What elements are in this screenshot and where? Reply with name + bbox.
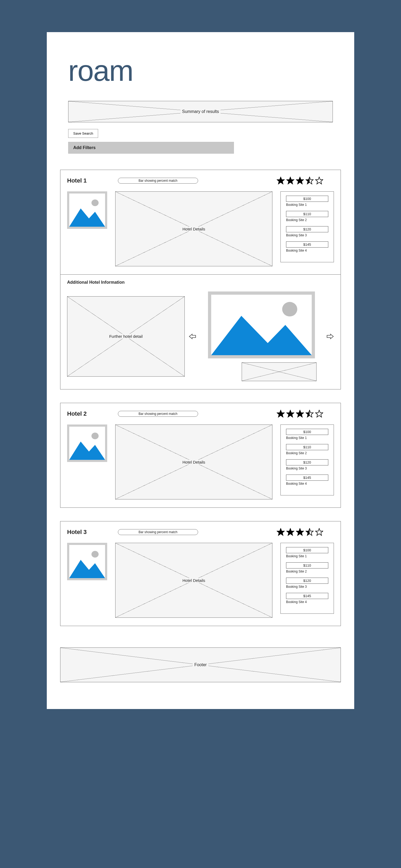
- price-item: $110 Booking Site 2: [286, 211, 328, 222]
- star-icon: [277, 177, 285, 185]
- price-item: $120 Booking Site 3: [286, 226, 328, 237]
- star-icon: [277, 410, 285, 418]
- hotel-thumbnail: [67, 191, 107, 229]
- price-item: $110 Booking Site 2: [286, 562, 328, 573]
- star-icon: [306, 528, 313, 536]
- price-button[interactable]: $120: [286, 226, 328, 232]
- price-item: $120 Booking Site 3: [286, 459, 328, 470]
- booking-site-label: Booking Site 1: [286, 203, 328, 207]
- price-item: $100 Booking Site 1: [286, 547, 328, 558]
- summary-placeholder: Summary of results: [68, 101, 333, 122]
- price-button[interactable]: $120: [286, 459, 328, 465]
- carousel-image: [208, 291, 315, 359]
- star-rating: [277, 177, 323, 185]
- price-button[interactable]: $120: [286, 578, 328, 584]
- hotel-details-placeholder: Hotel Details: [115, 543, 272, 618]
- svg-marker-11: [327, 334, 333, 339]
- additional-info-heading: Additional Hotel Information: [67, 280, 334, 285]
- price-button[interactable]: $100: [286, 429, 328, 435]
- percent-match-bar: Bar showing percent match: [118, 411, 198, 417]
- hotel-thumbnail: [67, 543, 107, 580]
- star-icon: [296, 528, 304, 536]
- save-search-button[interactable]: Save Search: [68, 129, 98, 138]
- add-filters-bar[interactable]: Add Filters: [68, 142, 234, 154]
- booking-site-label: Booking Site 1: [286, 436, 328, 440]
- booking-site-label: Booking Site 3: [286, 585, 328, 589]
- hotel-card: Hotel 2 Bar showing percent match Hotel …: [60, 403, 341, 508]
- star-icon: [306, 410, 313, 418]
- price-button[interactable]: $145: [286, 241, 328, 248]
- footer-placeholder: Footer: [60, 647, 341, 682]
- carousel-next-icon[interactable]: [326, 333, 334, 340]
- percent-match-bar: Bar showing percent match: [118, 529, 198, 535]
- hotel-details-label: Hotel Details: [181, 227, 207, 231]
- star-icon: [286, 177, 294, 185]
- percent-match-bar: Bar showing percent match: [118, 178, 198, 184]
- price-item: $100 Booking Site 1: [286, 196, 328, 207]
- price-item: $110 Booking Site 2: [286, 444, 328, 455]
- booking-site-label: Booking Site 4: [286, 482, 328, 486]
- hotel-card: Hotel 1 Bar showing percent match Hotel …: [60, 170, 341, 390]
- star-icon: [286, 528, 294, 536]
- price-item: $100 Booking Site 1: [286, 429, 328, 440]
- hotel-details-placeholder: Hotel Details: [115, 191, 272, 266]
- carousel-prev-icon[interactable]: [189, 333, 197, 340]
- star-icon: [315, 528, 323, 536]
- booking-site-label: Booking Site 4: [286, 249, 328, 252]
- price-column: $100 Booking Site 1 $110 Booking Site 2 …: [280, 191, 334, 262]
- brand-logo: roam: [68, 54, 346, 88]
- price-item: $145 Booking Site 4: [286, 241, 328, 252]
- hotel-name: Hotel 3: [67, 529, 110, 535]
- booking-site-label: Booking Site 2: [286, 218, 328, 222]
- price-button[interactable]: $145: [286, 593, 328, 599]
- price-item: $120 Booking Site 3: [286, 578, 328, 589]
- footer-label: Footer: [193, 662, 208, 667]
- page-canvas: roam Summary of results Save Search Add …: [47, 32, 354, 709]
- price-item: $145 Booking Site 4: [286, 474, 328, 486]
- star-rating: [277, 410, 323, 418]
- booking-site-label: Booking Site 2: [286, 569, 328, 573]
- hotel-details-label: Hotel Details: [181, 578, 207, 583]
- star-icon: [315, 177, 323, 185]
- hotel-card: Hotel 3 Bar showing percent match Hotel …: [60, 521, 341, 626]
- booking-site-label: Booking Site 3: [286, 234, 328, 237]
- star-icon: [306, 177, 313, 185]
- price-column: $100 Booking Site 1 $110 Booking Site 2 …: [280, 543, 334, 614]
- further-detail-label: Further hotel detail: [107, 334, 144, 339]
- hotel-name: Hotel 1: [67, 177, 110, 184]
- booking-site-label: Booking Site 4: [286, 600, 328, 604]
- price-column: $100 Booking Site 1 $110 Booking Site 2 …: [280, 425, 334, 495]
- star-icon: [277, 528, 285, 536]
- hotel-thumbnail: [67, 425, 107, 462]
- svg-marker-10: [189, 334, 196, 339]
- hotel-details-placeholder: Hotel Details: [115, 425, 272, 499]
- star-icon: [296, 177, 304, 185]
- star-icon: [296, 410, 304, 418]
- booking-site-label: Booking Site 2: [286, 451, 328, 455]
- star-icon: [286, 410, 294, 418]
- price-button[interactable]: $110: [286, 562, 328, 568]
- price-button[interactable]: $110: [286, 211, 328, 217]
- price-button[interactable]: $100: [286, 196, 328, 202]
- star-icon: [315, 410, 323, 418]
- booking-site-label: Booking Site 3: [286, 467, 328, 470]
- further-detail-placeholder: Further hotel detail: [67, 296, 185, 377]
- price-button[interactable]: $110: [286, 444, 328, 450]
- hotel-details-label: Hotel Details: [181, 460, 207, 464]
- star-rating: [277, 528, 323, 536]
- summary-label: Summary of results: [180, 109, 221, 114]
- carousel-caption-placeholder: [242, 363, 316, 381]
- price-button[interactable]: $100: [286, 547, 328, 553]
- price-item: $145 Booking Site 4: [286, 593, 328, 604]
- booking-site-label: Booking Site 1: [286, 554, 328, 558]
- hotel-name: Hotel 2: [67, 410, 110, 417]
- price-button[interactable]: $145: [286, 474, 328, 481]
